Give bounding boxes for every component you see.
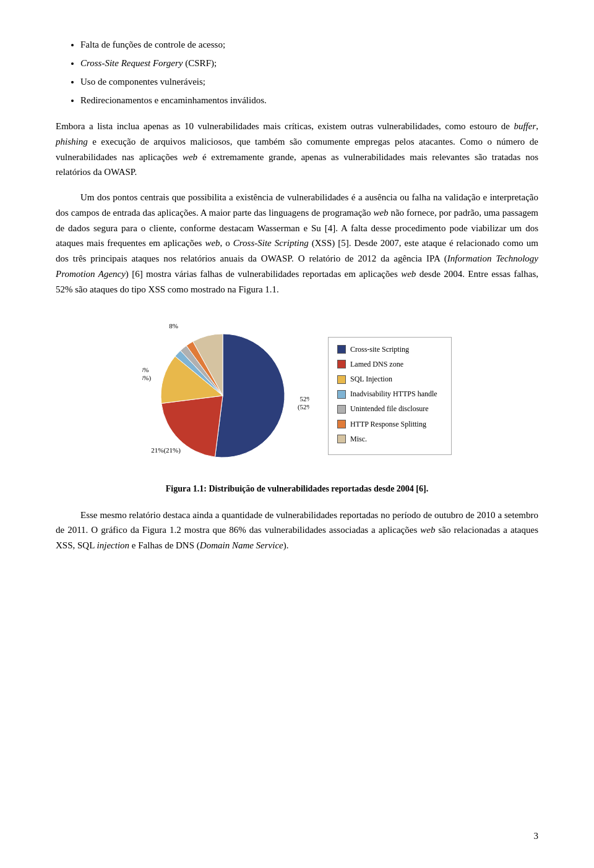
legend-color-file (337, 405, 346, 414)
legend-label-http: HTTP Response Splitting (350, 419, 426, 430)
legend-item-misc: Misc. (337, 433, 442, 445)
legend-item-https: Inadvisability HTTPS handle (337, 388, 442, 400)
paragraph-3: Esse mesmo relatório destaca ainda a qua… (56, 508, 538, 553)
paragraph-1: Embora a lista inclua apenas as 10 vulne… (56, 119, 538, 180)
legend-color-sql (337, 375, 346, 384)
legend-item-file: Unintended file disclosure (337, 403, 442, 415)
page-number: 3 (534, 828, 539, 843)
legend-label-https: Inadvisability HTTPS handle (350, 388, 437, 400)
legend-label-dns: Lamed DNS zone (350, 359, 403, 370)
list-item-4: Redirecionamentos e encaminhamentos invá… (80, 93, 538, 108)
legend-color-misc (337, 435, 346, 443)
legend-label-misc: Misc. (350, 433, 367, 445)
svg-text:13%: 13% (142, 367, 148, 374)
figure-1-1: 52%(52%)21%(21%)13%(13%)8%2%2%(2%)2%(2%)… (56, 315, 538, 476)
legend-item-dns: Lamed DNS zone (337, 359, 442, 370)
page: Falta de funções de controle de acesso; … (0, 0, 594, 868)
figure-legend: Cross-site Scripting Lamed DNS zone SQL … (328, 337, 452, 455)
legend-item-http: HTTP Response Splitting (337, 419, 442, 430)
legend-color-dns (337, 360, 346, 368)
legend-label-xss: Cross-site Scripting (350, 344, 409, 355)
legend-item-sql: SQL Injection (337, 373, 442, 385)
figure-caption: Figura 1.1: Distribuição de vulnerabilid… (56, 482, 538, 496)
bullet-list: Falta de funções de controle de acesso; … (80, 37, 538, 108)
legend-color-xss (337, 345, 346, 354)
paragraph-2: Um dos pontos centrais que possibilita a… (56, 190, 538, 297)
pie-chart-svg: 52%(52%)21%(21%)13%(13%)8%2%2%(2%)2%(2%) (142, 315, 309, 476)
list-item-1: Falta de funções de controle de acesso; (80, 37, 538, 52)
legend-label-file: Unintended file disclosure (350, 403, 429, 415)
slice-0 (215, 334, 285, 457)
svg-text:52%: 52% (300, 395, 309, 402)
svg-text:(13%): (13%) (142, 375, 151, 383)
legend-color-http (337, 420, 346, 428)
list-item-2: Cross-Site Request Forgery (CSRF); (80, 56, 538, 70)
svg-text:21%(21%): 21%(21%) (151, 446, 181, 454)
legend-color-https (337, 390, 346, 399)
pie-chart-area: 52%(52%)21%(21%)13%(13%)8%2%2%(2%)2%(2%) (142, 315, 309, 476)
legend-label-sql: SQL Injection (350, 373, 392, 385)
list-item-3: Uso de componentes vulneráveis; (80, 74, 538, 89)
legend-item-xss: Cross-site Scripting (337, 344, 442, 355)
svg-text:(52%): (52%) (298, 403, 309, 411)
svg-text:8%: 8% (169, 322, 178, 330)
